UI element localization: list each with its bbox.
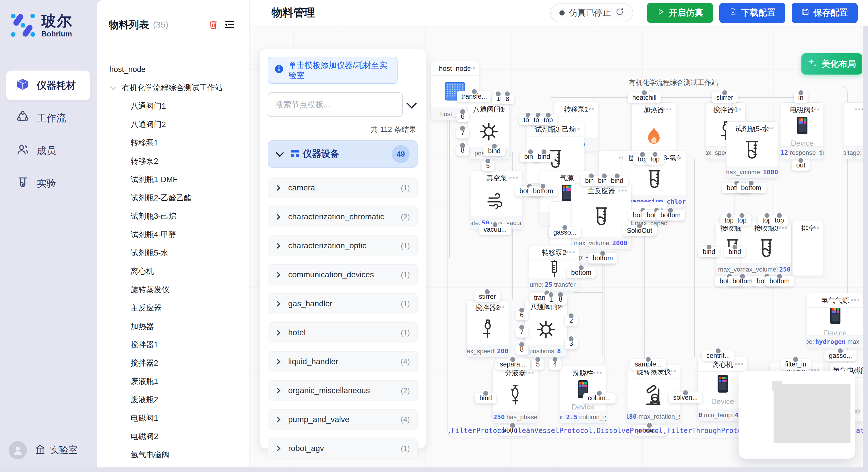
tree-item[interactable]: 电磁阀1: [109, 409, 237, 427]
collapse-panel-icon[interactable]: [221, 16, 237, 33]
avatar[interactable]: [9, 441, 27, 460]
port-chip[interactable]: bind: [475, 393, 496, 403]
beautify-layout-button[interactable]: 美化布局: [801, 53, 862, 74]
tree-item[interactable]: 加热器: [109, 317, 237, 336]
category-liquid_handler[interactable]: liquid_handler(4): [268, 351, 417, 372]
category-hotel[interactable]: hotel(1): [268, 322, 417, 343]
port-chip[interactable]: bind: [606, 175, 628, 186]
port-chip[interactable]: sample...: [630, 359, 666, 370]
refresh-icon[interactable]: [615, 7, 624, 18]
node-menu-icon[interactable]: •••: [618, 186, 628, 195]
tree-item[interactable]: 旋转蒸发仪: [109, 280, 237, 299]
port-chip[interactable]: 8: [516, 344, 528, 355]
node-menu-icon[interactable]: •••: [673, 153, 682, 162]
canvas-node-drain[interactable]: 排空•••: [792, 221, 824, 276]
port-chip[interactable]: 8: [501, 94, 514, 104]
tree-item[interactable]: 离心机: [109, 262, 237, 280]
node-menu-icon[interactable]: •••: [466, 64, 476, 72]
port-chip[interactable]: 6: [456, 111, 469, 122]
sidebar-item-instruments[interactable]: 仪器耗材: [6, 71, 90, 100]
tree-item[interactable]: 八通阀门1: [109, 97, 237, 115]
sidebar-item-workflow[interactable]: 工作流: [6, 103, 90, 133]
canvas-node-main-reactor[interactable]: 主反应器•••max_volume:2000: [571, 183, 631, 249]
category-group-instruments[interactable]: 仪器设备 49: [268, 140, 417, 168]
port-chip[interactable]: top: [733, 215, 751, 226]
tree-item[interactable]: 试剂瓶2-乙酸乙酯: [109, 189, 237, 207]
port-chip[interactable]: 7: [456, 128, 469, 138]
canvas-node-h2-source[interactable]: 氢气气源•••Device_type:hydrogen max_pre: [807, 293, 864, 348]
port-chip[interactable]: 5: [482, 161, 495, 171]
port-chip[interactable]: top: [770, 215, 788, 226]
node-menu-icon[interactable]: •••: [509, 173, 519, 182]
start-simulation-button[interactable]: 开启仿真: [647, 3, 713, 23]
node-menu-icon[interactable]: •••: [496, 104, 506, 113]
category-characterization_optic[interactable]: characterization_optic(1): [268, 235, 417, 256]
port-chip[interactable]: stirrer: [474, 291, 501, 302]
tree-item[interactable]: 转移泵1: [109, 134, 237, 152]
canvas-node-recv-3[interactable]: 接收瓶3•••max_volume:250: [741, 221, 792, 276]
tree-item[interactable]: 废液瓶1: [109, 372, 237, 391]
save-config-button[interactable]: 保存配置: [792, 3, 858, 23]
preview-popup[interactable]: [739, 371, 855, 459]
node-menu-icon[interactable]: •••: [733, 105, 742, 114]
port-chip[interactable]: 7: [516, 327, 528, 338]
tree-item[interactable]: 试剂瓶4-甲醇: [109, 225, 237, 244]
tree-item[interactable]: 主反应器: [109, 299, 237, 317]
port-chip[interactable]: bottom: [737, 183, 766, 193]
tree-item[interactable]: 八通阀门2: [109, 115, 237, 134]
tree-item[interactable]: 试剂瓶5-水: [109, 244, 237, 262]
canvas-node-heater[interactable]: 加热器•••: [631, 102, 676, 159]
port-chip[interactable]: transfe...: [457, 91, 491, 102]
canvas-node-bottle-5[interactable]: 试剂瓶5-水•••max_volume:1000: [726, 121, 778, 179]
port-chip[interactable]: bind: [484, 146, 505, 156]
tree-item[interactable]: 试剂瓶1-DMF: [109, 170, 237, 189]
canvas-node-stirrer-2[interactable]: 搅拌器2•••max_speed:2000: [466, 300, 509, 358]
tree-item[interactable]: 搅拌器2: [109, 354, 237, 372]
port-chip[interactable]: vacuu...: [479, 224, 512, 235]
port-chip[interactable]: gasso...: [549, 227, 581, 238]
delete-button[interactable]: [205, 16, 221, 33]
port-chip[interactable]: 2: [565, 315, 578, 326]
node-menu-icon[interactable]: •••: [735, 360, 744, 369]
port-chip[interactable]: 4: [549, 359, 562, 370]
port-chip[interactable]: heatchill: [628, 92, 661, 103]
category-pump_and_valve[interactable]: pump_and_valve(4): [268, 409, 417, 430]
port-chip[interactable]: 8: [456, 145, 469, 156]
tree-item[interactable]: 有机化学流程综合测试工作站: [109, 78, 237, 97]
tree-item[interactable]: 试剂瓶3-己烷: [109, 207, 237, 225]
chevron-down-icon[interactable]: [406, 98, 417, 109]
category-robot_agv[interactable]: robot_agv(1): [268, 438, 417, 459]
node-menu-icon[interactable]: •••: [667, 367, 677, 376]
canvas-node-separator[interactable]: 分液器•••volume:250 has_phases:true: [492, 366, 538, 424]
category-organic_miscellaneous[interactable]: organic_miscellaneous(2): [268, 380, 417, 401]
node-menu-icon[interactable]: •••: [593, 368, 602, 377]
port-chip[interactable]: stirrer: [712, 92, 738, 103]
search-input[interactable]: [268, 92, 403, 117]
port-chip[interactable]: bottom: [528, 186, 558, 196]
port-chip[interactable]: bottom: [567, 267, 596, 278]
canvas-node-solenoid-1[interactable]: 电磁阀1•••Devicevoltage:12 response_time:0.…: [781, 102, 824, 159]
sidebar-item-members[interactable]: 成员: [6, 136, 90, 166]
port-chip[interactable]: bind: [698, 247, 720, 257]
canvas-node-valve-2[interactable]: 八通阀门2•••positions:8: [524, 300, 567, 358]
node-menu-icon[interactable]: •••: [585, 104, 595, 113]
sidebar-item-experiment[interactable]: 实验: [6, 169, 90, 198]
node-menu-icon[interactable]: •••: [571, 125, 580, 133]
port-chip[interactable]: bottom: [588, 253, 617, 264]
download-config-button[interactable]: 下载配置: [719, 3, 785, 23]
port-chip[interactable]: bottom: [656, 210, 685, 221]
node-menu-icon[interactable]: •••: [811, 224, 820, 232]
tree-item[interactable]: 废液瓶2: [109, 391, 237, 409]
node-menu-icon[interactable]: •••: [765, 124, 774, 133]
lab-switcher[interactable]: 实验室: [34, 443, 78, 457]
port-chip[interactable]: solven...: [669, 392, 702, 403]
port-chip[interactable]: in: [794, 92, 808, 103]
port-chip[interactable]: top: [539, 115, 557, 125]
tree-item[interactable]: 搅拌器1: [109, 336, 237, 354]
canvas-node-vacuum-pump[interactable]: 真空泵•••pump_rate:50 max_vacuum:0.1: [471, 171, 522, 229]
port-chip[interactable]: bind: [533, 151, 555, 162]
node-menu-icon[interactable]: •••: [663, 105, 672, 114]
node-menu-icon[interactable]: •••: [496, 303, 505, 312]
category-communication_devices[interactable]: communication_devices(1): [268, 264, 417, 285]
category-characterization_chromatic[interactable]: characterization_chromatic(2): [268, 206, 417, 227]
